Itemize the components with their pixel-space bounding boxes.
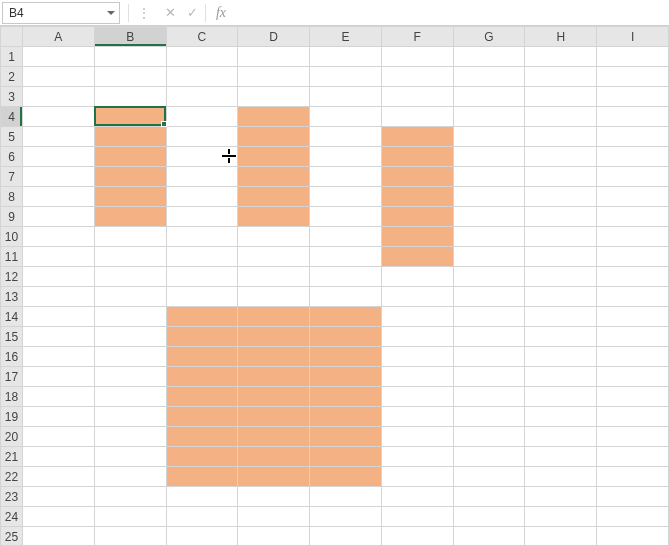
row-header[interactable]: 14: [1, 307, 23, 327]
cell[interactable]: [22, 367, 94, 387]
cell[interactable]: [238, 107, 310, 127]
cell[interactable]: [597, 147, 669, 167]
cell[interactable]: [525, 67, 597, 87]
cell[interactable]: [597, 387, 669, 407]
name-box[interactable]: B4: [2, 2, 120, 24]
cell[interactable]: [166, 427, 238, 447]
cell[interactable]: [166, 247, 238, 267]
row-header[interactable]: 24: [1, 507, 23, 527]
cell[interactable]: [310, 447, 382, 467]
cell[interactable]: [94, 187, 166, 207]
cell[interactable]: [597, 47, 669, 67]
cell[interactable]: [381, 467, 453, 487]
cell[interactable]: [238, 67, 310, 87]
cell[interactable]: [22, 107, 94, 127]
cell[interactable]: [310, 527, 382, 546]
row-header[interactable]: 6: [1, 147, 23, 167]
cell[interactable]: [525, 367, 597, 387]
row-header[interactable]: 8: [1, 187, 23, 207]
cell[interactable]: [310, 107, 382, 127]
cell[interactable]: [310, 47, 382, 67]
cell[interactable]: [22, 507, 94, 527]
cell[interactable]: [22, 427, 94, 447]
cell[interactable]: [525, 207, 597, 227]
column-header[interactable]: C: [166, 27, 238, 47]
cell[interactable]: [597, 487, 669, 507]
cell[interactable]: [22, 267, 94, 287]
cell[interactable]: [381, 167, 453, 187]
formula-input[interactable]: [236, 2, 669, 24]
row-header[interactable]: 3: [1, 87, 23, 107]
cell[interactable]: [94, 387, 166, 407]
cell[interactable]: [22, 327, 94, 347]
select-all-corner[interactable]: [1, 27, 23, 47]
cell[interactable]: [525, 447, 597, 467]
row-header[interactable]: 13: [1, 287, 23, 307]
cell[interactable]: [381, 387, 453, 407]
cell[interactable]: [381, 67, 453, 87]
cell[interactable]: [310, 507, 382, 527]
cell[interactable]: [525, 227, 597, 247]
cell[interactable]: [597, 367, 669, 387]
cell[interactable]: [22, 207, 94, 227]
cell[interactable]: [22, 227, 94, 247]
cell[interactable]: [94, 307, 166, 327]
row-header[interactable]: 17: [1, 367, 23, 387]
cell[interactable]: [166, 167, 238, 187]
cell[interactable]: [597, 227, 669, 247]
cell[interactable]: [525, 467, 597, 487]
cell[interactable]: [310, 307, 382, 327]
cell[interactable]: [94, 527, 166, 546]
insert-function-button[interactable]: fx: [210, 2, 232, 24]
cell[interactable]: [525, 87, 597, 107]
column-header[interactable]: I: [597, 27, 669, 47]
cell[interactable]: [166, 467, 238, 487]
cell[interactable]: [238, 267, 310, 287]
enter-button[interactable]: ✓: [181, 2, 203, 24]
cell[interactable]: [94, 207, 166, 227]
cell[interactable]: [381, 247, 453, 267]
cell[interactable]: [94, 287, 166, 307]
cell[interactable]: [381, 87, 453, 107]
row-header[interactable]: 1: [1, 47, 23, 67]
cell[interactable]: [525, 527, 597, 546]
cell[interactable]: [238, 287, 310, 307]
cell[interactable]: [381, 507, 453, 527]
cell[interactable]: [22, 167, 94, 187]
cell[interactable]: [22, 47, 94, 67]
cell[interactable]: [94, 147, 166, 167]
spreadsheet-grid[interactable]: ABCDEFGHI1234567891011121314151617181920…: [0, 26, 669, 545]
cell[interactable]: [597, 427, 669, 447]
row-header[interactable]: 2: [1, 67, 23, 87]
cell[interactable]: [381, 107, 453, 127]
cell[interactable]: [525, 267, 597, 287]
cell[interactable]: [166, 47, 238, 67]
cell[interactable]: [94, 127, 166, 147]
cell[interactable]: [453, 267, 525, 287]
cell[interactable]: [525, 107, 597, 127]
cell[interactable]: [525, 247, 597, 267]
cell[interactable]: [525, 127, 597, 147]
cell[interactable]: [310, 87, 382, 107]
cell[interactable]: [453, 487, 525, 507]
cell[interactable]: [525, 147, 597, 167]
cell[interactable]: [238, 147, 310, 167]
cell[interactable]: [22, 447, 94, 467]
cell[interactable]: [597, 167, 669, 187]
cell[interactable]: [310, 347, 382, 367]
cell[interactable]: [381, 227, 453, 247]
cell[interactable]: [94, 447, 166, 467]
cell[interactable]: [381, 47, 453, 67]
column-header[interactable]: E: [310, 27, 382, 47]
cell[interactable]: [381, 347, 453, 367]
cell[interactable]: [597, 327, 669, 347]
cell[interactable]: [94, 47, 166, 67]
row-header[interactable]: 4: [1, 107, 23, 127]
cell[interactable]: [310, 67, 382, 87]
cell[interactable]: [166, 147, 238, 167]
cell[interactable]: [238, 407, 310, 427]
cell[interactable]: [525, 407, 597, 427]
cell[interactable]: [310, 327, 382, 347]
cancel-button[interactable]: ✕: [159, 2, 181, 24]
cell[interactable]: [94, 487, 166, 507]
